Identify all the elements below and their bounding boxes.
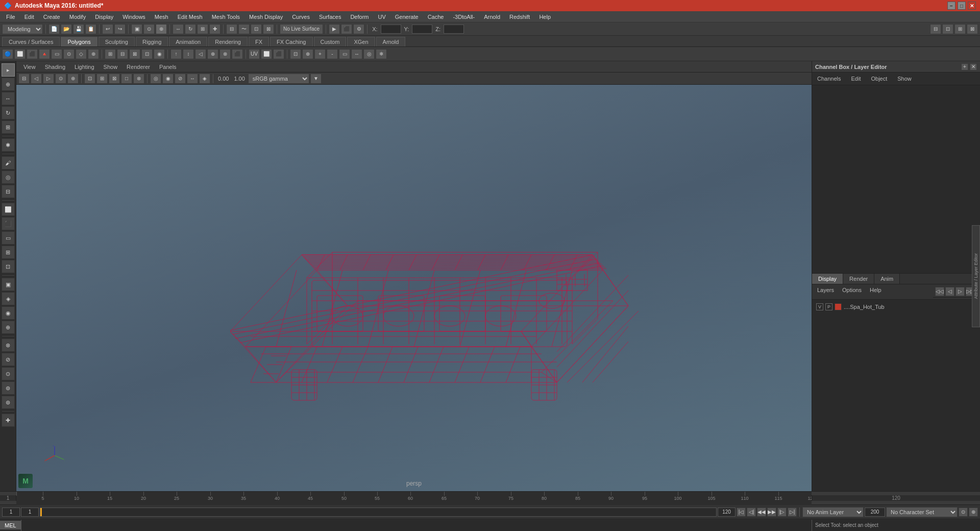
layer-p-btn[interactable]: P — [825, 303, 832, 310]
tb-icon-3[interactable]: ⊞ — [954, 24, 966, 34]
tab-curves-surfaces[interactable]: Curves / Surfaces — [2, 37, 60, 46]
l-panel13[interactable]: ⊚ — [2, 381, 15, 395]
l-panel12[interactable]: ⊙ — [2, 367, 15, 380]
tb-icon-2[interactable]: ⊡ — [942, 24, 953, 34]
restore-button[interactable]: □ — [958, 2, 966, 10]
opt-layers[interactable]: Layers — [815, 286, 836, 298]
tab-custom[interactable]: Custom — [314, 37, 347, 46]
new-scene-btn[interactable]: 📄 — [48, 24, 60, 34]
mode-dropdown[interactable]: Modeling — [2, 24, 43, 34]
char-set-dropdown[interactable]: No Character Set — [886, 507, 958, 517]
menu-uv[interactable]: UV — [374, 13, 389, 21]
tab-rendering[interactable]: Rendering — [208, 37, 248, 46]
tab-show[interactable]: Show — [895, 75, 914, 83]
select-tool-btn[interactable]: ▣ — [131, 24, 142, 34]
menu-surfaces[interactable]: Surfaces — [315, 13, 345, 21]
l-panel5[interactable]: ⊡ — [2, 260, 15, 273]
snap-curve-btn[interactable]: 〜 — [238, 24, 250, 34]
display-tab-anim[interactable]: Anim — [874, 274, 900, 284]
menu-curves[interactable]: Curves — [288, 13, 314, 21]
tab-animation[interactable]: Animation — [169, 37, 207, 46]
move-tool-btn[interactable]: ↔ — [173, 24, 184, 34]
menu-windows[interactable]: Windows — [118, 13, 150, 21]
menu-edit[interactable]: Edit — [20, 13, 38, 21]
open-scene-btn[interactable]: 📂 — [61, 24, 72, 34]
l-panel8[interactable]: ◉ — [2, 306, 15, 320]
vp-motion-blur[interactable]: ↔ — [187, 74, 198, 84]
layer-vis-btn[interactable]: V — [816, 303, 823, 310]
prism-btn[interactable]: ◇ — [76, 49, 87, 59]
lighting-menu[interactable]: Lighting — [70, 63, 99, 71]
menu-create[interactable]: Create — [39, 13, 64, 21]
rp-close-btn[interactable]: ✕ — [970, 63, 977, 70]
go-end-btn[interactable]: ▷| — [788, 508, 797, 517]
convert-sel-btn[interactable]: ↔ — [351, 49, 362, 59]
show-menu[interactable]: Show — [100, 63, 122, 71]
sculpt-tool[interactable]: 🖌 — [2, 156, 15, 170]
renderer-menu[interactable]: Renderer — [122, 63, 154, 71]
vp-img-plane[interactable]: ⊕ — [67, 74, 79, 84]
booleans-btn[interactable]: ⊡ — [141, 49, 153, 59]
rp-expand-btn[interactable]: + — [961, 63, 968, 70]
end-frame-input-2[interactable] — [865, 508, 885, 517]
menu-mesh-tools[interactable]: Mesh Tools — [208, 13, 244, 21]
save-as-btn[interactable]: 📋 — [85, 24, 96, 34]
paint-sel-tool[interactable]: ⊕ — [2, 78, 15, 91]
y-input[interactable] — [412, 25, 432, 34]
step-fwd-btn[interactable]: |▷ — [777, 508, 787, 517]
snap-grid-btn[interactable]: ⊟ — [226, 24, 237, 34]
cube-btn[interactable]: ⬜ — [14, 49, 26, 59]
l-panel6[interactable]: ▣ — [2, 278, 15, 291]
opt-options[interactable]: Options — [840, 286, 864, 298]
freeze-btn[interactable]: ❄ — [376, 49, 387, 59]
menu-help[interactable]: Help — [535, 13, 555, 21]
play-fwd-btn[interactable]: ▶▶ — [767, 508, 776, 517]
timeline-ruler[interactable]: 5101520253035404550556065707580859095100… — [16, 492, 812, 505]
paint-sel2-btn[interactable]: ⊕ — [302, 49, 313, 59]
anim-layer-dropdown[interactable]: No Anim Layer — [802, 507, 864, 517]
rotate-tool-l[interactable]: ↻ — [2, 106, 15, 119]
paint-sel-btn[interactable]: ⊕ — [156, 24, 167, 34]
display-tab-render[interactable]: Render — [843, 274, 874, 284]
menu-redshift[interactable]: Redshift — [505, 13, 534, 21]
vp-gamma-btn[interactable]: ▼ — [310, 74, 322, 84]
tab-arnold[interactable]: Arnold — [376, 37, 406, 46]
rotate-tool-btn[interactable]: ↻ — [185, 24, 196, 34]
show-manip-tool[interactable]: ✱ — [2, 138, 15, 152]
ipr-btn[interactable]: ⬛ — [341, 24, 352, 34]
vp-wire-shade[interactable]: ⊠ — [109, 74, 120, 84]
menu-display[interactable]: Display — [91, 13, 117, 21]
l-panel9[interactable]: ⊕ — [2, 321, 15, 334]
vp-next-cam[interactable]: ▷ — [43, 74, 54, 84]
layer-prev-btn[interactable]: ◁ — [945, 287, 954, 296]
menu-deform[interactable]: Deform — [346, 13, 373, 21]
menu-3dtoall[interactable]: -3DtoAll- — [449, 13, 479, 21]
render-btn[interactable]: ▶ — [329, 24, 340, 34]
tab-fx[interactable]: FX — [249, 37, 269, 46]
l-misc1[interactable]: ✚ — [2, 414, 15, 427]
menu-mesh-display[interactable]: Mesh Display — [245, 13, 287, 21]
layer-item-spa[interactable]: V P ....Spa_Hot_Tub — [814, 302, 978, 312]
planar-map-btn[interactable]: ⬜ — [261, 49, 272, 59]
sphere-btn[interactable]: 🔵 — [2, 49, 13, 59]
menu-arnold[interactable]: Arnold — [480, 13, 504, 21]
lasso-tool-btn[interactable]: ⊙ — [143, 24, 155, 34]
opt-help[interactable]: Help — [868, 286, 884, 298]
l-panel4[interactable]: ⊞ — [2, 246, 15, 259]
no-live-surface-btn[interactable]: No Live Surface — [280, 24, 323, 34]
lattice-tool[interactable]: ⊟ — [2, 185, 15, 198]
play-back-btn[interactable]: ◀◀ — [757, 508, 766, 517]
x-input[interactable] — [381, 25, 401, 34]
snap-view-btn[interactable]: ⊠ — [263, 24, 274, 34]
panels-menu[interactable]: Panels — [155, 63, 181, 71]
current-frame-input[interactable] — [21, 508, 39, 517]
uv-editor-btn[interactable]: UV — [249, 49, 260, 59]
combine-btn[interactable]: ⊞ — [105, 49, 116, 59]
undo-btn[interactable]: ↩ — [102, 24, 113, 34]
gamma-dropdown[interactable]: sRGB gamma — [248, 74, 309, 84]
border-edges-btn[interactable]: ▭ — [339, 49, 350, 59]
tb-icon-4[interactable]: ⊠ — [967, 24, 978, 34]
torus-btn[interactable]: ⊙ — [63, 49, 75, 59]
duplicate-special-btn[interactable]: ⬛ — [232, 49, 243, 59]
bridge-btn[interactable]: ↕ — [183, 49, 194, 59]
